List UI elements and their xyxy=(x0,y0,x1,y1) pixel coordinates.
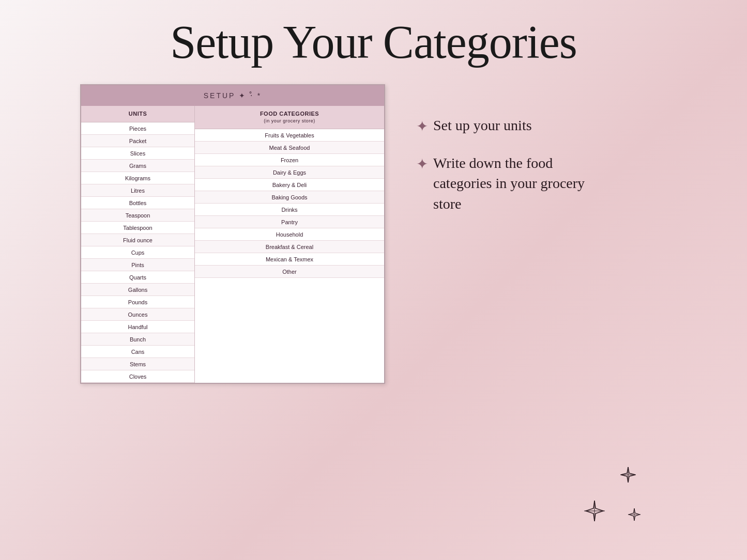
food-cells: Fruits & VegetablesMeat & SeafoodFrozenD… xyxy=(195,129,384,278)
unit-cell: Gallons xyxy=(81,284,194,296)
food-category-cell: Household xyxy=(195,228,384,241)
unit-cell: Bunch xyxy=(81,333,194,346)
food-category-cell: Pantry xyxy=(195,216,384,228)
food-col-header-text: FOOD CATEGORIES xyxy=(260,111,319,117)
unit-cell: Quarts xyxy=(81,271,194,284)
unit-cell: Packet xyxy=(81,135,194,147)
sparkle-decoration xyxy=(582,464,664,532)
food-category-cell: Meat & Seafood xyxy=(195,142,384,154)
unit-cell: Tablespoon xyxy=(81,222,194,234)
units-column-header: UNITS xyxy=(81,106,194,122)
main-content: SETUP ✦ ·̊ * UNITS PiecesPacketSlicesGra… xyxy=(0,69,747,384)
food-category-cell: Bakery & Deli xyxy=(195,179,384,191)
unit-cell: Pieces xyxy=(81,122,194,135)
unit-cell: Teaspoon xyxy=(81,209,194,222)
unit-cell: Ounces xyxy=(81,308,194,321)
food-category-cell: Breakfast & Cereal xyxy=(195,241,384,253)
unit-cell: Cans xyxy=(81,346,194,358)
food-category-cell: Mexican & Texmex xyxy=(195,253,384,266)
unit-cell: Bottles xyxy=(81,197,194,209)
food-category-cell: Drinks xyxy=(195,204,384,216)
spreadsheet: SETUP ✦ ·̊ * UNITS PiecesPacketSlicesGra… xyxy=(80,84,385,384)
instructions-panel: ✦Set up your units✦Write down the food c… xyxy=(416,84,613,230)
food-category-cell: Frozen xyxy=(195,154,384,166)
instruction-item-1: ✦Write down the food categories in your … xyxy=(416,153,613,214)
units-cells: PiecesPacketSlicesGramsKilogramsLitresBo… xyxy=(81,122,194,383)
spreadsheet-header: SETUP ✦ ·̊ * xyxy=(81,85,384,106)
instruction-item-0: ✦Set up your units xyxy=(416,115,613,136)
food-category-cell: Other xyxy=(195,266,384,278)
spreadsheet-body: UNITS PiecesPacketSlicesGramsKilogramsLi… xyxy=(81,106,384,383)
unit-cell: Slices xyxy=(81,147,194,160)
unit-cell: Stems xyxy=(81,358,194,370)
units-column: UNITS PiecesPacketSlicesGramsKilogramsLi… xyxy=(81,106,195,383)
food-category-cell: Baking Goods xyxy=(195,191,384,204)
unit-cell: Cloves xyxy=(81,370,194,383)
unit-cell: Pounds xyxy=(81,296,194,308)
page-title: Setup Your Categories xyxy=(0,0,747,69)
food-col-subheader-text: (in your grocery store) xyxy=(198,118,381,125)
food-column-header: FOOD CATEGORIES (in your grocery store) xyxy=(195,106,384,129)
unit-cell: Handful xyxy=(81,321,194,333)
food-category-cell: Dairy & Eggs xyxy=(195,166,384,179)
unit-cell: Grams xyxy=(81,160,194,172)
unit-cell: Fluid ounce xyxy=(81,234,194,246)
food-column: FOOD CATEGORIES (in your grocery store) … xyxy=(195,106,384,383)
instruction-text: Set up your units xyxy=(433,115,532,135)
food-category-cell: Fruits & Vegetables xyxy=(195,129,384,142)
diamond-icon: ✦ xyxy=(416,116,428,136)
unit-cell: Litres xyxy=(81,184,194,197)
diamond-icon: ✦ xyxy=(416,154,428,174)
instruction-text: Write down the food categories in your g… xyxy=(433,153,613,214)
unit-cell: Cups xyxy=(81,246,194,259)
instruction-items: ✦Set up your units✦Write down the food c… xyxy=(416,115,613,214)
sparkle-svg xyxy=(582,464,664,532)
unit-cell: Kilograms xyxy=(81,172,194,184)
unit-cell: Pints xyxy=(81,259,194,271)
